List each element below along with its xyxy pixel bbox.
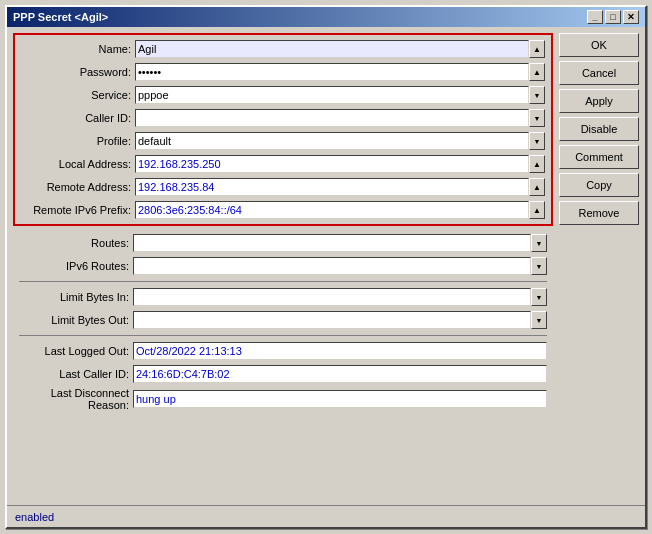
limit-bytes-in-combo: ▼ [133, 288, 547, 306]
limit-bytes-out-label: Limit Bytes Out: [19, 314, 129, 326]
ipv6-routes-dropdown-arrow[interactable]: ▼ [531, 257, 547, 275]
service-input[interactable] [135, 86, 529, 104]
password-scroll-up[interactable]: ▲ [529, 63, 545, 81]
ipv6-routes-combo: ▼ [133, 257, 547, 275]
caller-id-dropdown-arrow[interactable]: ▼ [529, 109, 545, 127]
ok-button[interactable]: OK [559, 33, 639, 57]
remote-ipv6-prefix-input-wrapper: ▲ [135, 201, 545, 219]
last-disconnect-reason-row: Last Disconnect Reason: [19, 387, 547, 411]
separator-1 [19, 281, 547, 282]
minimize-button[interactable]: _ [587, 10, 603, 24]
caller-id-combo: ▼ [135, 109, 545, 127]
remote-address-input-wrapper: ▲ [135, 178, 545, 196]
caller-id-label: Caller ID: [21, 112, 131, 124]
limit-bytes-in-label: Limit Bytes In: [19, 291, 129, 303]
name-input[interactable] [135, 40, 529, 58]
remote-ipv6-prefix-input[interactable] [135, 201, 529, 219]
ipv6-routes-row: IPv6 Routes: ▼ [19, 256, 547, 276]
service-row: Service: ▼ [21, 85, 545, 105]
title-bar-buttons: _ □ ✕ [587, 10, 639, 24]
local-address-label: Local Address: [21, 158, 131, 170]
password-row: Password: ▲ [21, 62, 545, 82]
last-logged-out-row: Last Logged Out: [19, 341, 547, 361]
local-address-input[interactable] [135, 155, 529, 173]
remote-address-input[interactable] [135, 178, 529, 196]
maximize-button[interactable]: □ [605, 10, 621, 24]
status-text: enabled [15, 511, 54, 523]
non-highlighted-section: Routes: ▼ IPv6 Routes: ▼ [13, 229, 553, 415]
sidebar-buttons: OK Cancel Apply Disable Comment Copy Rem… [559, 33, 639, 499]
remove-button[interactable]: Remove [559, 201, 639, 225]
limit-bytes-out-combo: ▼ [133, 311, 547, 329]
name-scroll-up[interactable]: ▲ [529, 40, 545, 58]
limit-bytes-in-input[interactable] [133, 288, 531, 306]
window-title: PPP Secret <Agil> [13, 11, 108, 23]
close-button[interactable]: ✕ [623, 10, 639, 24]
highlighted-section: Name: ▲ Password: ▲ Service: [13, 33, 553, 226]
profile-input[interactable] [135, 132, 529, 150]
profile-dropdown-arrow[interactable]: ▼ [529, 132, 545, 150]
name-label: Name: [21, 43, 131, 55]
limit-bytes-out-row: Limit Bytes Out: ▼ [19, 310, 547, 330]
password-label: Password: [21, 66, 131, 78]
service-label: Service: [21, 89, 131, 101]
main-form: Name: ▲ Password: ▲ Service: [13, 33, 553, 499]
routes-row: Routes: ▼ [19, 233, 547, 253]
service-combo: ▼ [135, 86, 545, 104]
window-content: Name: ▲ Password: ▲ Service: [7, 27, 645, 505]
profile-combo: ▼ [135, 132, 545, 150]
comment-button[interactable]: Comment [559, 145, 639, 169]
remote-ipv6-prefix-scroll-up[interactable]: ▲ [529, 201, 545, 219]
ipv6-routes-input[interactable] [133, 257, 531, 275]
last-caller-id-input [133, 365, 547, 383]
cancel-button[interactable]: Cancel [559, 61, 639, 85]
remote-address-row: Remote Address: ▲ [21, 177, 545, 197]
profile-row: Profile: ▼ [21, 131, 545, 151]
local-address-input-wrapper: ▲ [135, 155, 545, 173]
password-input[interactable] [135, 63, 529, 81]
caller-id-row: Caller ID: ▼ [21, 108, 545, 128]
limit-bytes-out-dropdown-arrow[interactable]: ▼ [531, 311, 547, 329]
remote-address-label: Remote Address: [21, 181, 131, 193]
remote-ipv6-prefix-row: Remote IPv6 Prefix: ▲ [21, 200, 545, 220]
name-input-wrapper: ▲ [135, 40, 545, 58]
apply-button[interactable]: Apply [559, 89, 639, 113]
last-disconnect-reason-label: Last Disconnect Reason: [19, 387, 129, 411]
password-input-wrapper: ▲ [135, 63, 545, 81]
last-logged-out-label: Last Logged Out: [19, 345, 129, 357]
disable-button[interactable]: Disable [559, 117, 639, 141]
remote-ipv6-prefix-label: Remote IPv6 Prefix: [21, 204, 131, 216]
limit-bytes-out-input[interactable] [133, 311, 531, 329]
last-disconnect-reason-input [133, 390, 547, 408]
limit-bytes-in-dropdown-arrow[interactable]: ▼ [531, 288, 547, 306]
profile-label: Profile: [21, 135, 131, 147]
status-bar: enabled [7, 505, 645, 527]
routes-input[interactable] [133, 234, 531, 252]
main-window: PPP Secret <Agil> _ □ ✕ Name: ▲ [5, 5, 647, 529]
last-logged-out-input [133, 342, 547, 360]
last-caller-id-row: Last Caller ID: [19, 364, 547, 384]
local-address-scroll-up[interactable]: ▲ [529, 155, 545, 173]
remote-address-scroll-up[interactable]: ▲ [529, 178, 545, 196]
local-address-row: Local Address: ▲ [21, 154, 545, 174]
name-row: Name: ▲ [21, 39, 545, 59]
routes-dropdown-arrow[interactable]: ▼ [531, 234, 547, 252]
routes-label: Routes: [19, 237, 129, 249]
last-caller-id-label: Last Caller ID: [19, 368, 129, 380]
routes-combo: ▼ [133, 234, 547, 252]
title-bar: PPP Secret <Agil> _ □ ✕ [7, 7, 645, 27]
limit-bytes-in-row: Limit Bytes In: ▼ [19, 287, 547, 307]
caller-id-input[interactable] [135, 109, 529, 127]
separator-2 [19, 335, 547, 336]
copy-button[interactable]: Copy [559, 173, 639, 197]
ipv6-routes-label: IPv6 Routes: [19, 260, 129, 272]
service-dropdown-arrow[interactable]: ▼ [529, 86, 545, 104]
